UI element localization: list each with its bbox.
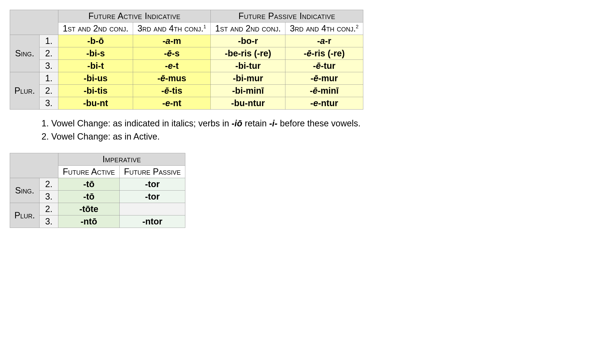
ending-cell: -be-ris (-re) (211, 47, 285, 60)
table-row: Sing. 2. -tō -tor (10, 178, 185, 191)
row-group-sing: Sing. (10, 178, 40, 203)
future-indicative-table: Future Active Indicative Future Passive … (10, 10, 363, 110)
ending-cell: -ē-ris (-re) (285, 47, 363, 60)
table-row: 2. -bi-s -ē-s -be-ris (-re) -ē-ris (-re) (10, 47, 363, 60)
table-row: 2. -bi-tis -ē-tis -bi-minī -ē-minī (10, 85, 363, 97)
ending-cell: -bu-ntur (211, 97, 285, 110)
row-group-plur: Plur. (10, 72, 40, 110)
subheader-text: 3rd and 4th conj. (290, 23, 356, 33)
ending-cell: -bi-tur (211, 60, 285, 72)
ending-cell: -tor (119, 191, 185, 203)
ending-cell: -bi-s (58, 47, 133, 60)
ending-cell: -bu-nt (58, 97, 133, 110)
person-label: 1. (40, 35, 58, 47)
empty-cell (119, 203, 185, 215)
table-row: 3. -bu-nt -e-nt -bu-ntur -e-ntur (10, 97, 363, 110)
table-row: Sing. 1. -b-ō -a-m -bo-r -a-r (10, 35, 363, 47)
ending-cell: -e-nt (133, 97, 210, 110)
footnotes: 1. Vowel Change: as indicated in italics… (42, 117, 583, 143)
subheader-future-passive: Future Passive (119, 166, 185, 178)
footnote-ref-2: 2 (356, 24, 359, 29)
ending-cell: -ē-s (133, 47, 210, 60)
ending-cell: -tō (58, 191, 120, 203)
header-imperative: Imperative (58, 153, 185, 166)
ending-cell: -ē-mur (285, 72, 363, 85)
subheader-passive-12: 1st and 2nd conj. (211, 22, 285, 35)
ending-cell: -ē-minī (285, 85, 363, 97)
imperative-table: Imperative Future Active Future Passive … (10, 153, 185, 228)
subheader-text: 3rd and 4th conj. (137, 23, 203, 33)
table-row: 3. -bi-t -e-t -bi-tur -ē-tur (10, 60, 363, 72)
ending-cell: -ē-tur (285, 60, 363, 72)
footnote-2: 2. Vowel Change: as in Active. (42, 130, 583, 143)
ending-cell: -a-r (285, 35, 363, 47)
ending-cell: -bi-mur (211, 72, 285, 85)
ending-cell: -ntō (58, 215, 120, 228)
person-label: 1. (40, 72, 58, 85)
ending-cell: -tor (119, 178, 185, 191)
person-label: 3. (40, 60, 58, 72)
person-label: 3. (40, 215, 58, 228)
ending-cell: -a-m (133, 35, 210, 47)
ending-cell: -ē-tis (133, 85, 210, 97)
person-label: 2. (40, 178, 58, 191)
subheader-active-34: 3rd and 4th conj.1 (133, 22, 210, 35)
subheader-active-12: 1st and 2nd conj. (58, 22, 133, 35)
ending-cell: -tō (58, 178, 120, 191)
person-label: 3. (40, 97, 58, 110)
person-label: 2. (40, 203, 58, 215)
ending-cell: -e-t (133, 60, 210, 72)
subheader-passive-34: 3rd and 4th conj.2 (285, 22, 363, 35)
ending-cell: -b-ō (58, 35, 133, 47)
header-future-passive: Future Passive Indicative (211, 10, 363, 22)
ending-cell: -bi-tis (58, 85, 133, 97)
ending-cell: -e-ntur (285, 97, 363, 110)
person-label: 3. (40, 191, 58, 203)
footnote-ref-1: 1 (203, 24, 206, 29)
table-row: Plur. 1. -bi-us -ē-mus -bi-mur -ē-mur (10, 72, 363, 85)
corner-cell (10, 153, 58, 178)
ending-cell: -bi-minī (211, 85, 285, 97)
row-group-plur: Plur. (10, 203, 40, 228)
header-future-active: Future Active Indicative (58, 10, 211, 22)
corner-cell (10, 10, 58, 35)
ending-cell: -bi-us (58, 72, 133, 85)
table-row: Plur. 2. -tōte (10, 203, 185, 215)
person-label: 2. (40, 47, 58, 60)
ending-cell: -tōte (58, 203, 120, 215)
ending-cell: -bi-t (58, 60, 133, 72)
ending-cell: -ntor (119, 215, 185, 228)
subheader-future-active: Future Active (58, 166, 120, 178)
person-label: 2. (40, 85, 58, 97)
ending-cell: -bo-r (211, 35, 285, 47)
row-group-sing: Sing. (10, 35, 40, 72)
ending-cell: -ē-mus (133, 72, 210, 85)
footnote-1: 1. Vowel Change: as indicated in italics… (42, 117, 583, 130)
